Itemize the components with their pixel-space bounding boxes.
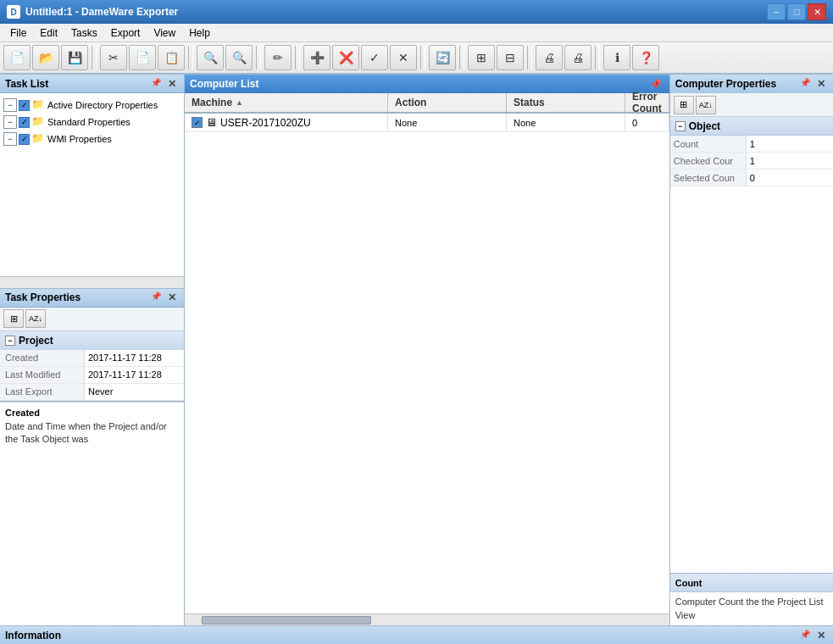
task-props-pin[interactable]: 📌	[148, 291, 164, 304]
menu-tasks[interactable]: Tasks	[64, 25, 104, 41]
h-scrollbar-task[interactable]	[0, 277, 184, 287]
toolbar-check[interactable]: ✓	[361, 45, 388, 70]
toolbar-separator-2	[188, 46, 193, 69]
task-list-header-actions: 📌 ✕	[148, 77, 179, 91]
menu-view[interactable]: View	[147, 25, 182, 41]
list-cell-status-0: None	[507, 114, 625, 131]
toolbar-remove[interactable]: ❌	[332, 45, 359, 70]
toolbar-grid1[interactable]: ⊞	[468, 45, 495, 70]
computer-props-actions: 📌 ✕	[797, 77, 828, 91]
row-checkbox-0[interactable]: ✓	[192, 117, 203, 128]
window-title: Untitled:1 - DameWare Exporter	[25, 6, 178, 18]
task-list-scrollbar[interactable]	[0, 276, 184, 288]
task-props-key-modified: Last Modified	[0, 367, 85, 383]
toolbar-paste[interactable]: 📋	[158, 45, 185, 70]
machine-name-0: USER-20171020ZU	[220, 117, 311, 129]
task-list-pin[interactable]: 📌	[148, 77, 164, 91]
task-props-alpha-btn[interactable]: AZ↓	[25, 309, 46, 328]
tree-item-standard[interactable]: − ✓ 📁 Standard Properties	[2, 114, 182, 130]
description-title: Created	[5, 408, 179, 418]
menu-help[interactable]: Help	[182, 25, 217, 41]
menu-file[interactable]: File	[3, 25, 33, 41]
main-area: Task List 📌 ✕ − ✓ 📁 Active Directory Pro…	[0, 75, 833, 625]
task-props-key-created: Created	[0, 350, 85, 366]
right-panel: Computer Properties 📌 ✕ ⊞ AZ↓ − Object C…	[669, 75, 833, 625]
h-scroll-track[interactable]	[185, 615, 669, 625]
col-action[interactable]: Action	[388, 93, 507, 112]
tree-expander-std[interactable]: −	[3, 115, 17, 129]
toolbar-add[interactable]: ➕	[303, 45, 330, 70]
task-props-key-export: Last Export	[0, 384, 85, 400]
computer-props-pin[interactable]: 📌	[797, 77, 813, 91]
col-status[interactable]: Status	[507, 93, 625, 112]
title-bar-buttons: − □ ✕	[767, 3, 826, 20]
tree-item-active-directory[interactable]: − ✓ 📁 Active Directory Properties	[2, 97, 182, 114]
tree-checkbox-std[interactable]: ✓	[19, 117, 30, 128]
object-section-header[interactable]: − Object	[670, 117, 833, 136]
h-scroll-thumb[interactable]	[202, 616, 371, 625]
computer-list-header-actions: 📌	[647, 78, 664, 91]
toolbar-new[interactable]: 📄	[3, 45, 31, 70]
toolbar-cut[interactable]: ✂	[100, 45, 127, 70]
app-icon: D	[7, 5, 20, 19]
computer-list-scrollbar[interactable]	[185, 613, 669, 625]
task-list-tree: − ✓ 📁 Active Directory Properties − ✓ 📁 …	[0, 93, 184, 276]
toolbar-open[interactable]: 📂	[32, 45, 59, 70]
information-panel: Information 📌 ✕	[0, 625, 833, 644]
col-errors[interactable]: Error Count	[625, 93, 669, 112]
task-props-row-modified: Last Modified 2017-11-17 11:28	[0, 367, 184, 384]
task-list-close[interactable]: ✕	[165, 77, 179, 91]
count-desc: Computer Count the the Project List View	[670, 592, 833, 625]
tree-expander-wmi[interactable]: −	[3, 132, 17, 146]
computer-props-alpha-btn[interactable]: AZ↓	[696, 96, 716, 114]
col-machine[interactable]: Machine ▲	[185, 93, 388, 112]
task-props-header: Task Properties 📌 ✕	[0, 289, 184, 308]
maximize-button[interactable]: □	[787, 3, 806, 20]
toolbar-save[interactable]: 💾	[61, 45, 88, 70]
minimize-button[interactable]: −	[767, 3, 786, 20]
project-section-header[interactable]: − Project	[0, 331, 184, 350]
task-list-header: Task List 📌 ✕	[0, 75, 184, 93]
tree-label-std: Standard Properties	[47, 117, 131, 127]
computer-list-column-headers: Machine ▲ Action Status Error Count	[185, 93, 669, 114]
close-button[interactable]: ✕	[808, 3, 826, 20]
toolbar-print1[interactable]: 🖨	[536, 45, 563, 70]
comp-prop-key-0: Count	[670, 136, 747, 152]
tree-checkbox-ad[interactable]: ✓	[19, 100, 30, 111]
project-section-toggle[interactable]: −	[5, 336, 15, 346]
computer-props-grid-btn[interactable]: ⊞	[674, 96, 694, 114]
task-props-row-created: Created 2017-11-17 11:28	[0, 350, 184, 367]
info-pin[interactable]: 📌	[797, 629, 813, 642]
info-close[interactable]: ✕	[814, 629, 828, 642]
toolbar-print2[interactable]: 🖨	[564, 45, 591, 70]
tree-item-wmi[interactable]: − ✓ 📁 WMI Properties	[2, 130, 182, 147]
task-props-close[interactable]: ✕	[165, 291, 179, 304]
tree-checkbox-wmi[interactable]: ✓	[19, 134, 30, 145]
info-header-actions: 📌 ✕	[797, 629, 828, 642]
toolbar-help[interactable]: ❓	[632, 45, 659, 70]
task-props-val-created: 2017-11-17 11:28	[85, 350, 184, 366]
list-row-0[interactable]: ✓ 🖥 USER-20171020ZU None None 0	[185, 114, 669, 132]
computer-props-close[interactable]: ✕	[814, 77, 828, 91]
task-props-grid-btn[interactable]: ⊞	[3, 309, 24, 328]
menu-edit[interactable]: Edit	[33, 25, 64, 41]
toolbar-copy[interactable]: 📄	[129, 45, 156, 70]
toolbar-search1[interactable]: 🔍	[197, 45, 224, 70]
toolbar-uncheck[interactable]: ✕	[390, 45, 417, 70]
comp-prop-row-0: Count 1	[670, 136, 833, 153]
toolbar-grid2[interactable]: ⊟	[497, 45, 524, 70]
tree-label-wmi: WMI Properties	[47, 134, 112, 144]
toolbar-refresh[interactable]: 🔄	[429, 45, 456, 70]
toolbar-edit[interactable]: ✏	[264, 45, 292, 70]
computer-list-pin[interactable]: 📌	[647, 78, 664, 91]
computer-props-toolbar: ⊞ AZ↓	[670, 93, 833, 117]
count-section: Count Computer Count the the Project Lis…	[670, 573, 833, 625]
toolbar-search2[interactable]: 🔍	[225, 45, 253, 70]
tree-expander-ad[interactable]: −	[3, 98, 17, 112]
tree-icon-std: 📁	[31, 115, 45, 129]
task-list-title: Task List	[5, 78, 48, 90]
object-section-toggle[interactable]: −	[675, 121, 686, 131]
menu-export[interactable]: Export	[104, 25, 147, 41]
toolbar-info[interactable]: ℹ	[603, 45, 630, 70]
toolbar-separator-3	[256, 46, 261, 69]
